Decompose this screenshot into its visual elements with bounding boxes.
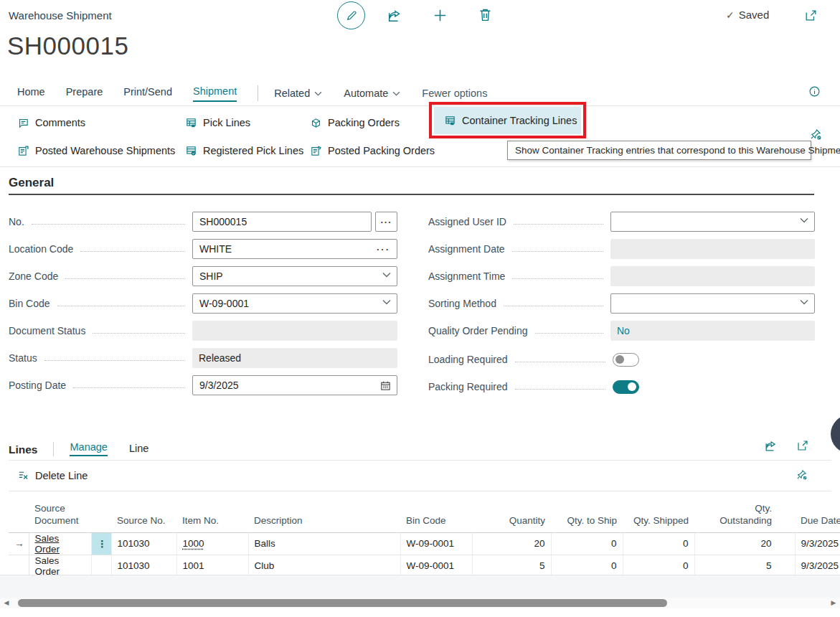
- chevron-down-icon[interactable]: [800, 299, 808, 305]
- horizontal-scrollbar[interactable]: ◀ ▶: [0, 598, 840, 608]
- dotted-leader: [73, 387, 185, 388]
- item-no-link[interactable]: 1000: [183, 538, 204, 549]
- related-label: Related: [274, 88, 310, 99]
- source-document-cell[interactable]: Sales Order: [29, 555, 91, 575]
- delete-button[interactable]: [478, 7, 493, 22]
- col-source-no[interactable]: Source No.: [111, 495, 176, 532]
- edit-button[interactable]: [337, 1, 365, 29]
- col-item-no[interactable]: Item No.: [176, 495, 248, 532]
- col-qty-outstanding[interactable]: Qty. Outstanding: [694, 495, 795, 532]
- qty-outstanding-cell[interactable]: 5: [694, 555, 795, 575]
- bin-code-cell[interactable]: W-09-0001: [400, 532, 472, 555]
- comments-action[interactable]: Comments: [17, 115, 85, 131]
- sorting-method-dropdown[interactable]: [610, 293, 815, 314]
- lines-section-title[interactable]: Lines: [9, 443, 37, 456]
- tab-manage[interactable]: Manage: [70, 441, 107, 456]
- source-document-link[interactable]: Sales Order: [35, 533, 60, 555]
- col-description[interactable]: Description: [248, 495, 400, 532]
- col-qty-to-ship[interactable]: Qty. to Ship: [551, 495, 623, 532]
- row-selector-cell[interactable]: [9, 555, 29, 575]
- posted-packing-orders-action[interactable]: Posted Packing Orders: [310, 143, 435, 159]
- new-button[interactable]: [432, 7, 448, 24]
- loading-required-toggle[interactable]: [613, 353, 639, 367]
- row-menu-cell[interactable]: [91, 555, 111, 575]
- quality-order-pending-label: Quality Order Pending: [428, 325, 528, 336]
- col-source-document[interactable]: Source Document: [29, 495, 91, 532]
- description-cell[interactable]: Balls: [248, 532, 400, 555]
- pick-lines-action[interactable]: Pick Lines: [185, 115, 250, 131]
- dotted-leader: [44, 360, 185, 361]
- packing-orders-action[interactable]: Packing Orders: [310, 115, 400, 131]
- location-code-input[interactable]: WHITE ···: [192, 239, 397, 259]
- field-assignment-date: Assignment Date: [428, 239, 815, 259]
- col-quantity[interactable]: Quantity: [472, 495, 551, 532]
- col-bin-code[interactable]: Bin Code: [400, 495, 472, 532]
- unpin-icon[interactable]: [796, 468, 808, 481]
- field-packing-required: Packing Required: [428, 377, 639, 397]
- qty-outstanding-cell[interactable]: 20: [694, 532, 795, 555]
- source-no-cell[interactable]: 101030: [111, 555, 176, 575]
- share-icon: [387, 8, 402, 24]
- posting-date-input[interactable]: 9/3/2025: [192, 375, 397, 395]
- no-input[interactable]: SH000015: [192, 212, 372, 232]
- col-due-date[interactable]: Due Date: [795, 495, 840, 532]
- posted-packing-orders-label: Posted Packing Orders: [328, 145, 435, 156]
- calendar-icon[interactable]: [379, 380, 392, 392]
- lookup-ellipsis-icon[interactable]: ···: [377, 244, 390, 255]
- item-no-cell[interactable]: 1000: [176, 532, 248, 555]
- qty-shipped-cell[interactable]: 0: [623, 555, 694, 575]
- due-date-cell[interactable]: 9/3/2025: [795, 555, 840, 575]
- item-no-cell[interactable]: 1001: [176, 555, 248, 575]
- registered-pick-lines-action[interactable]: Registered Pick Lines: [185, 143, 303, 159]
- row-menu-button[interactable]: ⋮: [91, 532, 111, 555]
- tab-shipment[interactable]: Shipment: [193, 85, 237, 102]
- general-section-title[interactable]: General: [9, 176, 54, 190]
- fewer-options-button[interactable]: Fewer options: [422, 88, 487, 99]
- scroll-left-arrow[interactable]: ◀: [0, 598, 13, 608]
- info-button[interactable]: [808, 85, 821, 98]
- bin-code-cell[interactable]: W-09-0001: [400, 555, 472, 575]
- packing-required-toggle[interactable]: [613, 380, 639, 394]
- tab-prepare[interactable]: Prepare: [66, 86, 103, 101]
- table-row: Sales Order 101030 1001 Club W-09-0001 5…: [9, 555, 840, 575]
- qty-shipped-cell[interactable]: 0: [623, 532, 694, 555]
- zone-code-dropdown[interactable]: SHIP: [192, 266, 397, 286]
- chevron-down-icon[interactable]: [382, 272, 391, 278]
- qty-to-ship-cell[interactable]: 0: [551, 532, 623, 555]
- menu-related[interactable]: Related: [274, 88, 322, 99]
- source-document-cell[interactable]: Sales Order: [29, 532, 91, 555]
- dotted-leader: [514, 224, 603, 225]
- share-lines-button[interactable]: [764, 439, 778, 453]
- source-no-cell[interactable]: 101030: [111, 532, 176, 555]
- share-button[interactable]: [387, 8, 402, 24]
- pick-lines-icon: [185, 117, 197, 129]
- col-qty-shipped[interactable]: Qty. Shipped: [623, 495, 694, 532]
- quantity-cell[interactable]: 5: [472, 555, 551, 575]
- description-cell[interactable]: Club: [248, 555, 400, 575]
- popout-button[interactable]: [804, 9, 818, 22]
- tab-print-send[interactable]: Print/Send: [123, 86, 172, 101]
- divider: [9, 491, 831, 491]
- quantity-cell[interactable]: 20: [472, 532, 551, 555]
- scroll-right-arrow[interactable]: ▶: [827, 598, 840, 608]
- bin-code-dropdown[interactable]: W-09-0001: [192, 293, 397, 314]
- menu-automate[interactable]: Automate: [344, 88, 400, 99]
- floating-edge-button[interactable]: [831, 415, 840, 453]
- delete-line-button[interactable]: Delete Line: [17, 469, 88, 481]
- posted-warehouse-shipments-action[interactable]: Posted Warehouse Shipments: [17, 143, 175, 159]
- no-assist-button[interactable]: ···: [375, 212, 397, 232]
- chevron-down-icon[interactable]: [800, 217, 808, 223]
- scrollbar-track[interactable]: [13, 599, 827, 607]
- scrollbar-thumb[interactable]: [18, 599, 667, 607]
- field-loading-required: Loading Required: [428, 349, 639, 369]
- qty-to-ship-cell[interactable]: 0: [551, 555, 623, 575]
- dotted-leader: [535, 333, 603, 334]
- tab-home[interactable]: Home: [17, 86, 45, 101]
- unpin-icon[interactable]: [809, 128, 822, 141]
- tab-line[interactable]: Line: [129, 443, 148, 456]
- assigned-user-id-dropdown[interactable]: [610, 212, 815, 232]
- expand-lines-button[interactable]: [796, 439, 809, 453]
- chevron-down-icon[interactable]: [382, 299, 391, 305]
- document-status-label: Document Status: [9, 325, 85, 336]
- due-date-cell[interactable]: 9/3/2025: [795, 532, 840, 555]
